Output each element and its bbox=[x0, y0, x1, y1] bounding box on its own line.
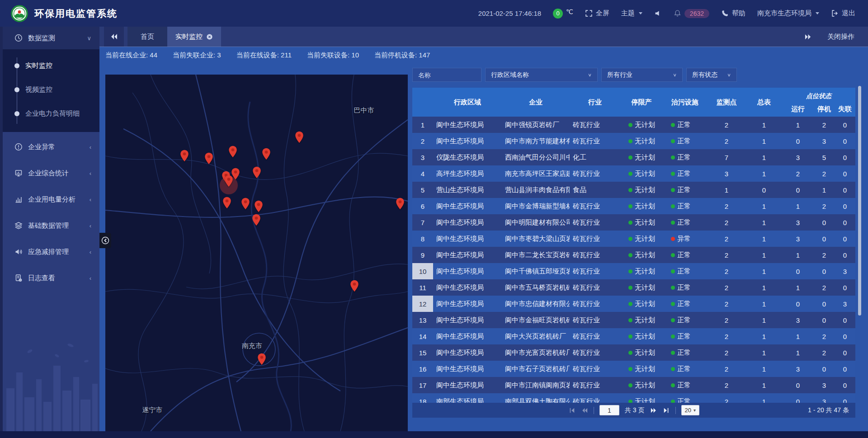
first-page-button[interactable] bbox=[568, 407, 576, 414]
map-pin-icon[interactable] bbox=[350, 280, 359, 292]
table-row[interactable]: 4高坪生态环境局南充市高坪区王家店建砖瓦行业无计划正常31220 bbox=[412, 165, 855, 182]
table-row[interactable]: 1阆中生态环境局阆中强锐页岩砖厂砖瓦行业无计划正常21120 bbox=[412, 117, 855, 133]
logout-button[interactable]: 退出 bbox=[831, 9, 855, 18]
close-tab-icon[interactable] bbox=[206, 33, 213, 40]
table-row[interactable]: 3仪陇生态环境局西南油气田分公司川中化工无计划正常71350 bbox=[412, 149, 855, 165]
map-pin-icon[interactable] bbox=[253, 166, 261, 179]
sidebar-item-企业电力负荷明细[interactable]: 企业电力负荷明细 bbox=[3, 102, 99, 126]
status-dot-icon bbox=[671, 221, 675, 225]
tab-list: 首页实时监控 bbox=[127, 27, 221, 47]
row-industry-cell: 砖瓦行业 bbox=[570, 279, 620, 296]
table-row[interactable]: 6阆中生态环境局阆中市金博瑞新型墙材砖瓦行业无计划正常21120 bbox=[412, 198, 855, 214]
row-halt-cell: 5 bbox=[814, 149, 835, 165]
sidebar-item-数据监测[interactable]: 数据监测∨ bbox=[3, 27, 99, 49]
sidebar-item-视频监控[interactable]: 视频监控 bbox=[3, 78, 99, 102]
menu-gap bbox=[3, 184, 99, 188]
sidebar-item-应急减排管理[interactable]: 应急减排管理‹ bbox=[3, 240, 99, 263]
double-chevron-right-icon[interactable] bbox=[804, 33, 812, 40]
table-scrollbar[interactable] bbox=[858, 86, 861, 316]
table-row[interactable]: 5营山生态环境局营山县润丰肉食品有限食品无计划正常10010 bbox=[412, 182, 855, 198]
table-row[interactable]: 18南部生态环境局南部县双佛土陶有限公砖瓦行业无计划正常21030 bbox=[412, 393, 855, 403]
sidebar-item-企业异常[interactable]: 企业异常‹ bbox=[3, 136, 99, 158]
table-row[interactable]: 2阆中生态环境局阆中市南方节能建材有砖瓦行业无计划正常21030 bbox=[412, 133, 855, 149]
row-enterprise-cell: 南部县双佛土陶有限公 bbox=[502, 393, 570, 403]
table-row[interactable]: 12阆中生态环境局阆中市忠信建材有限公砖瓦行业无计划正常21003 bbox=[412, 296, 855, 312]
theme-dropdown[interactable]: 主题 bbox=[621, 9, 642, 18]
enterprise-panel: 行政区域名称∨ 所有行业∨ 所有状态∨ 行政区域企业行业停限产治污设施监测点总表… bbox=[412, 68, 855, 425]
sidebar-item-日志查看[interactable]: 日志查看‹ bbox=[3, 267, 99, 289]
table-row[interactable]: 7阆中生态环境局阆中明阳建材有限公司砖瓦行业无计划正常21300 bbox=[412, 214, 855, 231]
last-page-button[interactable] bbox=[663, 407, 670, 414]
help-button[interactable]: 帮助 bbox=[721, 9, 745, 18]
table-row[interactable]: 14阆中生态环境局阆中大兴页岩机砖厂砖瓦行业无计划正常21120 bbox=[412, 328, 855, 344]
org-dropdown[interactable]: 南充市生态环境局 bbox=[757, 9, 819, 18]
sidebar-item-企业综合统计[interactable]: 企业综合统计‹ bbox=[3, 162, 99, 184]
page-size-select[interactable]: 20▾ bbox=[681, 405, 700, 415]
table-row[interactable]: 15阆中生态环境局阆中市光富页岩机砖厂砖瓦行业无计划正常21120 bbox=[412, 344, 855, 361]
sidebar-item-基础数据管理[interactable]: 基础数据管理‹ bbox=[3, 214, 99, 237]
sidebar-item-实时监控[interactable]: 实时监控 bbox=[3, 54, 99, 78]
status-item: 当前在线设备: 211 bbox=[236, 51, 292, 60]
map-pin-icon[interactable] bbox=[229, 146, 237, 158]
row-monitor-cell: 2 bbox=[707, 214, 746, 231]
status-text: 正常 bbox=[677, 316, 691, 325]
map-pin-icon[interactable] bbox=[257, 353, 266, 365]
map-pin-icon[interactable] bbox=[180, 150, 189, 162]
row-enterprise-cell: 阆中市二龙长宝页岩砖 bbox=[502, 247, 570, 263]
row-run-cell: 0 bbox=[782, 133, 814, 149]
name-filter-input[interactable] bbox=[412, 68, 481, 82]
status-dot-icon bbox=[628, 367, 632, 371]
prev-page-button[interactable] bbox=[581, 407, 588, 414]
map-pin-icon[interactable] bbox=[241, 198, 250, 210]
temperature-unit: ℃ bbox=[566, 8, 573, 15]
table-row[interactable]: 9阆中生态环境局阆中市二龙长宝页岩砖砖瓦行业无计划正常21120 bbox=[412, 247, 855, 263]
next-page-button[interactable] bbox=[650, 407, 657, 414]
mute-button[interactable] bbox=[654, 9, 662, 17]
table-row[interactable]: 10阆中生态环境局阆中千佛镇五郎垭页岩砖瓦行业无计划正常21003 bbox=[412, 263, 855, 279]
chevron-down-icon: ∨ bbox=[727, 72, 731, 77]
notifications[interactable]: 2632 bbox=[674, 9, 709, 18]
tabs-scroll-left-button[interactable] bbox=[104, 27, 124, 47]
sidebar-item-label: 企业异常 bbox=[28, 143, 55, 151]
row-industry-cell: 砖瓦行业 bbox=[570, 165, 620, 182]
map-pin-icon[interactable] bbox=[222, 197, 231, 209]
map-pin-icon[interactable] bbox=[224, 175, 233, 187]
table-row[interactable]: 16阆中生态环境局阆中市石子页岩机砖厂砖瓦行业无计划正常21300 bbox=[412, 361, 855, 377]
table-row[interactable]: 11阆中生态环境局阆中市五马桥页岩机砖砖瓦行业无计划正常21120 bbox=[412, 279, 855, 296]
status-filter-select[interactable]: 所有状态∨ bbox=[686, 68, 737, 82]
map-pin-icon[interactable] bbox=[262, 148, 270, 160]
region-filter-select[interactable]: 行政区域名称∨ bbox=[485, 68, 598, 82]
double-chevron-left-icon bbox=[110, 33, 118, 40]
map-pin-icon[interactable] bbox=[204, 152, 213, 165]
row-run-cell: 3 bbox=[782, 214, 814, 231]
app-window: 环保用电监管系统 2021-02-25 17:46:18 0 ℃ 全屏 主题 2… bbox=[0, 0, 868, 438]
row-enterprise-cell: 西南油气田分公司川中 bbox=[502, 149, 570, 165]
row-enterprise-cell: 阆中市五马桥页岩机砖 bbox=[502, 279, 570, 296]
row-treatment-cell: 异常 bbox=[663, 231, 707, 247]
row-industry-cell: 砖瓦行业 bbox=[570, 231, 620, 247]
main-content: 当前在线企业: 44当前失联企业: 3当前在线设备: 211当前失联设备: 10… bbox=[99, 47, 868, 431]
row-industry-cell: 砖瓦行业 bbox=[570, 344, 620, 361]
tab-首页[interactable]: 首页 bbox=[127, 27, 167, 47]
row-halt-cell: 2 bbox=[814, 198, 835, 214]
chevron-down-icon: ▾ bbox=[693, 408, 696, 413]
status-item: 当前失联企业: 3 bbox=[173, 51, 221, 60]
map-panel-collapse-button[interactable] bbox=[99, 233, 111, 248]
map-pin-icon[interactable] bbox=[252, 214, 260, 226]
table-row[interactable]: 17阆中生态环境局阆中市江南镇阆南页岩砖瓦行业无计划正常21030 bbox=[412, 377, 855, 393]
table-row[interactable]: 8阆中生态环境局阆中市枣碧大梁山页岩砖瓦行业无计划异常21300 bbox=[412, 231, 855, 247]
row-meter-cell: 1 bbox=[746, 214, 782, 231]
map-pin-icon[interactable] bbox=[396, 198, 404, 210]
tab-实时监控[interactable]: 实时监控 bbox=[167, 27, 221, 47]
map-pin-icon[interactable] bbox=[254, 200, 263, 212]
map-canvas[interactable]: 巴中市南充市遂宁市 bbox=[105, 75, 408, 431]
industry-filter-select[interactable]: 所有行业∨ bbox=[601, 68, 683, 82]
row-monitor-cell: 2 bbox=[707, 312, 746, 328]
page-number-input[interactable] bbox=[599, 405, 619, 415]
sidebar-item-企业用电量分析[interactable]: 企业用电量分析‹ bbox=[3, 188, 99, 211]
fullscreen-button[interactable]: 全屏 bbox=[585, 9, 609, 18]
map-pin-icon[interactable] bbox=[295, 131, 304, 143]
table-row[interactable]: 13阆中生态环境局阆中市金福旺页岩机砖砖瓦行业无计划正常21300 bbox=[412, 312, 855, 328]
close-operations-dropdown[interactable]: 关闭操作 bbox=[827, 33, 854, 41]
status-text: 正常 bbox=[677, 397, 691, 403]
